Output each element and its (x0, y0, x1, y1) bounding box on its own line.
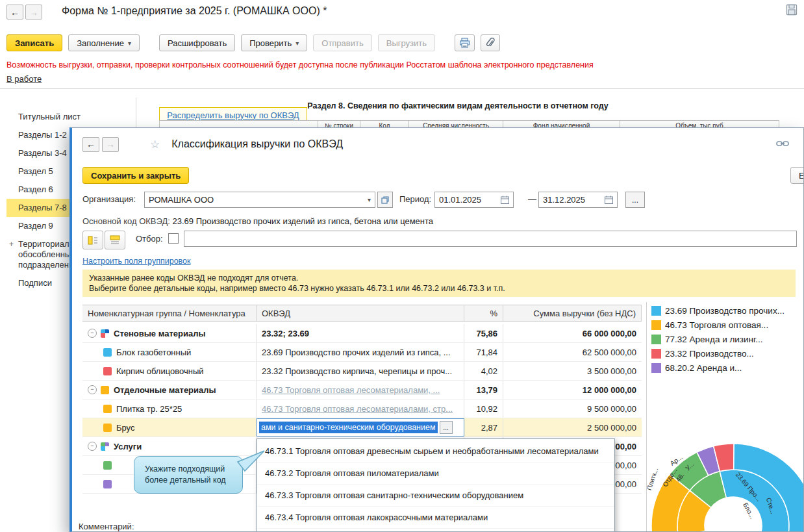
grouping-settings-button[interactable] (105, 231, 125, 249)
okved-link[interactable]: 46.73 Торговля оптовая лесоматериалами, … (262, 404, 453, 414)
sidebar-item-title-page[interactable]: Титульный лист (6, 108, 136, 126)
save-and-close-button[interactable]: Сохранить и закрыть (82, 167, 189, 184)
okved-warning-box: Указанные ранее коды ОКВЭД не подходят д… (82, 270, 796, 297)
item-color-icon (103, 480, 112, 488)
grouping-fields-link[interactable]: Настроить поля группировок (82, 257, 191, 266)
legend-color-icon (651, 335, 661, 344)
table-row[interactable]: − Отделочные материалы 46.73 Торговля оп… (82, 381, 642, 399)
decode-button[interactable]: Расшифровать (159, 34, 235, 51)
dialog-back-button[interactable]: ← (82, 137, 99, 152)
okved-link[interactable]: 46.73 Торговля оптовая лесоматериалами, … (262, 385, 440, 395)
organization-label: Организация: (82, 194, 136, 204)
okved-edit-cell[interactable]: ами и санитарно-техническим оборудование… (257, 418, 464, 437)
period-choice-button[interactable]: ... (625, 192, 645, 208)
back-button[interactable]: ← (6, 5, 23, 19)
forward-button[interactable]: → (25, 5, 42, 19)
dropdown-item[interactable]: 46.73.3 Торговля оптовая санитарно-техни… (257, 485, 614, 507)
open-organization-button[interactable] (377, 192, 393, 208)
calendar-icon[interactable] (501, 196, 509, 204)
upload-button: Выгрузить (378, 34, 435, 51)
item-color-icon (103, 348, 112, 357)
more-button[interactable]: Ещё (790, 167, 804, 184)
dialog-forward-button[interactable]: → (102, 137, 119, 152)
send-button: Отправить (313, 34, 371, 51)
attachments-button[interactable] (481, 34, 500, 51)
legend-item[interactable]: 23.32 Производство... (651, 346, 804, 361)
collapse-icon[interactable]: − (88, 385, 97, 394)
save-document-icon[interactable] (786, 4, 798, 18)
filter-checkbox[interactable] (168, 233, 179, 244)
printer-icon (459, 38, 470, 48)
filter-input[interactable] (184, 231, 797, 247)
collapse-icon[interactable]: − (88, 442, 97, 451)
app-window: ← → Форма № 1-предприятие за 2025 г. (РО… (0, 0, 804, 532)
panel-divider (646, 302, 647, 531)
chevron-down-icon: ▾ (128, 40, 131, 47)
item-color-icon (103, 405, 112, 413)
legend-item[interactable]: 68.20.2 Аренда и... (651, 361, 804, 375)
chart-legend: 23.69 Производство прочих... 46.73 Торго… (651, 303, 804, 375)
table-row[interactable]: Кирпич облицовочный 23.32 Производство к… (82, 362, 642, 381)
legend-color-icon (651, 306, 661, 316)
selected-text: ами и санитарно-техническим оборудование… (259, 422, 438, 433)
back-icon: ← (86, 139, 95, 149)
legend-item[interactable]: 77.32 Аренда и лизинг... (651, 332, 804, 346)
main-toolbar: Записать Заполнение▾ Расшифровать Провер… (6, 34, 500, 51)
back-icon: ← (10, 7, 19, 18)
filter-label: Отбор: (136, 234, 163, 244)
dropdown-item[interactable]: 46.73.2 Торговля оптовая пиломатериалами (257, 462, 614, 485)
cell-ellipsis-button[interactable]: ... (440, 421, 453, 434)
group-color-icon (101, 386, 109, 394)
tooltip-tail (237, 450, 266, 472)
group-color-icon (101, 442, 109, 451)
dropdown-item[interactable]: 46.73.4 Торговля оптовая лакокрасочными … (257, 507, 614, 529)
fill-button[interactable]: Заполнение▾ (68, 34, 140, 51)
write-button[interactable]: Записать (6, 34, 62, 51)
item-color-icon (103, 424, 112, 432)
legend-item[interactable]: 23.69 Производство прочих... (651, 303, 804, 318)
chevron-down-icon: ▾ (295, 40, 299, 47)
okved-dropdown: 46.73.1 Торговля оптовая древесным сырье… (257, 438, 615, 532)
page-title: Форма № 1-предприятие за 2025 г. (РОМАШК… (62, 5, 327, 17)
legend-color-icon (651, 320, 661, 330)
table-row[interactable]: − Стеновые материалы 23.32; 23.69 75,86 … (82, 324, 642, 343)
hint-tooltip: Укажите подходящий более детальный код (134, 456, 243, 494)
item-color-icon (103, 461, 112, 470)
table-header: Номенклатурная группа / Номенклатура ОКВ… (82, 305, 642, 322)
collapse-icon[interactable]: − (88, 329, 97, 338)
favorite-star-icon[interactable]: ☆ (150, 138, 160, 151)
status-link[interactable]: В работе (6, 74, 42, 84)
forward-icon: → (106, 139, 115, 149)
table-row[interactable]: Плитка тр. 25*25 46.73 Торговля оптовая … (82, 399, 642, 418)
open-icon (381, 196, 389, 204)
publication-warning: Возможность выгрузки, отправки, проверки… (6, 60, 594, 70)
legend-color-icon (651, 349, 661, 359)
period-dash: — (528, 194, 536, 204)
chevron-down-icon[interactable]: ▾ (364, 196, 371, 203)
grouping-rows-icon (110, 235, 120, 246)
section8-title: Раздел 8. Сведения по фактическим видам … (286, 101, 630, 110)
expand-icon[interactable]: + (9, 239, 14, 249)
check-button[interactable]: Проверить▾ (241, 34, 307, 51)
main-nav: ← → (6, 5, 42, 19)
get-link-icon[interactable] (776, 139, 789, 150)
dialog-title: Классификация выручки по ОКВЭД (171, 138, 343, 150)
period-from-input[interactable]: 01.01.2025 (434, 192, 514, 208)
legend-item[interactable]: 46.73 Торговля оптовая... (651, 318, 804, 332)
paperclip-icon (485, 38, 496, 48)
add-grouping-button[interactable] (82, 231, 103, 249)
calendar-icon[interactable] (605, 196, 613, 204)
group-color-icon (101, 329, 109, 338)
table-row[interactable]: Блок газобетонный 23.69 Производство про… (82, 343, 642, 362)
add-grouping-icon (88, 235, 98, 246)
item-color-icon (103, 367, 112, 375)
divider (0, 88, 804, 89)
dropdown-item[interactable]: 46.73.1 Торговля оптовая древесным сырье… (257, 440, 614, 462)
period-to-input[interactable]: 31.12.2025 (538, 192, 618, 208)
print-button[interactable] (455, 34, 475, 51)
dropdown-item[interactable]: 46.73.5 Торговля оптовая листовым стекло… (257, 529, 614, 532)
forward-icon: → (29, 7, 38, 18)
table-row-selected[interactable]: Брус ами и санитарно-техническим оборудо… (82, 418, 642, 437)
organization-input[interactable]: РОМАШКА ООО ▾ (144, 192, 375, 208)
main-okved-line: Основной код ОКВЭД: 23.69 Производство п… (82, 216, 433, 226)
